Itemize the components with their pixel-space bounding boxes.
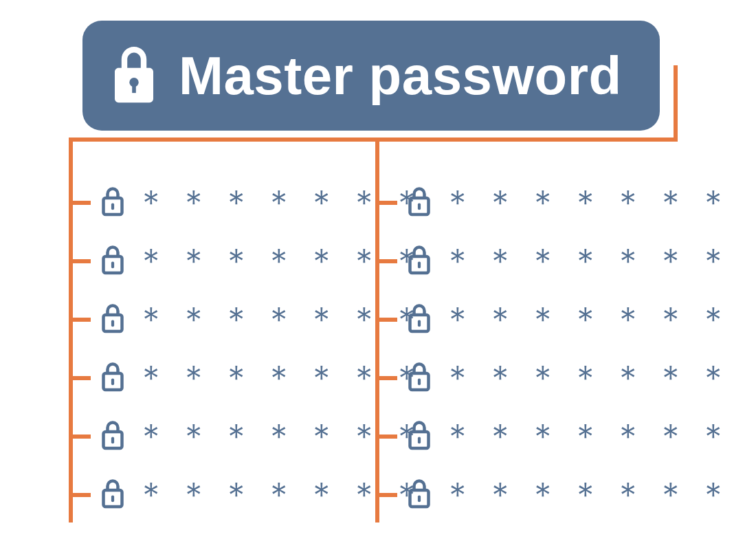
password-entry: ＊＊＊＊＊＊＊ — [407, 361, 740, 394]
svg-rect-7 — [111, 320, 114, 327]
connector-tick — [69, 259, 91, 263]
lock-icon — [100, 420, 125, 452]
svg-rect-3 — [111, 204, 114, 210]
password-mask: ＊＊＊＊＊＊＊ — [441, 244, 740, 277]
password-entry: ＊＊＊＊＊＊＊ — [100, 419, 433, 452]
svg-rect-21 — [418, 379, 421, 386]
lock-icon — [407, 420, 432, 452]
lock-icon — [100, 303, 125, 335]
master-password-title: Master password — [179, 45, 622, 107]
password-entry: ＊＊＊＊＊＊＊ — [407, 419, 740, 452]
password-entry: ＊＊＊＊＊＊＊ — [100, 244, 433, 277]
password-entry: ＊＊＊＊＊＊＊ — [100, 478, 433, 511]
svg-rect-19 — [418, 320, 421, 327]
svg-rect-23 — [418, 437, 421, 444]
password-mask: ＊＊＊＊＊＊＊ — [135, 244, 433, 277]
lock-icon — [100, 186, 125, 218]
password-mask: ＊＊＊＊＊＊＊ — [135, 302, 433, 336]
connector-tick — [69, 201, 91, 205]
password-mask: ＊＊＊＊＊＊＊ — [441, 478, 740, 511]
connector-top-right — [375, 138, 678, 142]
diagram-stage: Master password ＊＊＊＊＊＊＊ ＊＊＊＊＊＊＊ — [0, 0, 756, 550]
lock-icon — [407, 186, 432, 218]
svg-rect-25 — [418, 496, 421, 503]
password-mask: ＊＊＊＊＊＊＊ — [135, 186, 433, 219]
lock-icon — [100, 245, 125, 276]
connector-right-stub — [674, 65, 678, 142]
password-mask: ＊＊＊＊＊＊＊ — [441, 419, 740, 452]
svg-rect-11 — [111, 437, 114, 444]
svg-rect-5 — [111, 262, 114, 269]
password-mask: ＊＊＊＊＊＊＊ — [441, 302, 740, 336]
password-entry: ＊＊＊＊＊＊＊ — [100, 186, 433, 219]
password-entry: ＊＊＊＊＊＊＊ — [407, 244, 740, 277]
svg-rect-9 — [111, 379, 114, 386]
password-entry: ＊＊＊＊＊＊＊ — [100, 361, 433, 394]
svg-rect-13 — [111, 496, 114, 503]
svg-rect-15 — [418, 204, 421, 210]
password-mask: ＊＊＊＊＊＊＊ — [441, 361, 740, 394]
svg-rect-1 — [132, 85, 136, 94]
svg-rect-17 — [418, 262, 421, 269]
lock-icon — [407, 245, 432, 276]
password-mask: ＊＊＊＊＊＊＊ — [135, 478, 433, 511]
lock-icon — [110, 47, 158, 104]
lock-icon — [407, 303, 432, 335]
password-entry: ＊＊＊＊＊＊＊ — [407, 186, 740, 219]
password-mask: ＊＊＊＊＊＊＊ — [135, 361, 433, 394]
lock-icon — [407, 362, 432, 393]
connector-tick — [69, 318, 91, 322]
connector-tick — [69, 493, 91, 497]
master-password-box: Master password — [82, 21, 660, 131]
connector-spine-left — [69, 138, 73, 522]
lock-icon — [100, 478, 125, 510]
password-entry: ＊＊＊＊＊＊＊ — [407, 302, 740, 336]
connector-tick — [69, 434, 91, 439]
lock-icon — [407, 478, 432, 510]
password-mask: ＊＊＊＊＊＊＊ — [135, 419, 433, 452]
password-entry: ＊＊＊＊＊＊＊ — [407, 478, 740, 511]
connector-tick — [69, 376, 91, 380]
password-entry: ＊＊＊＊＊＊＊ — [100, 302, 433, 336]
password-mask: ＊＊＊＊＊＊＊ — [441, 186, 740, 219]
lock-icon — [100, 362, 125, 393]
connector-top-left — [69, 138, 379, 142]
